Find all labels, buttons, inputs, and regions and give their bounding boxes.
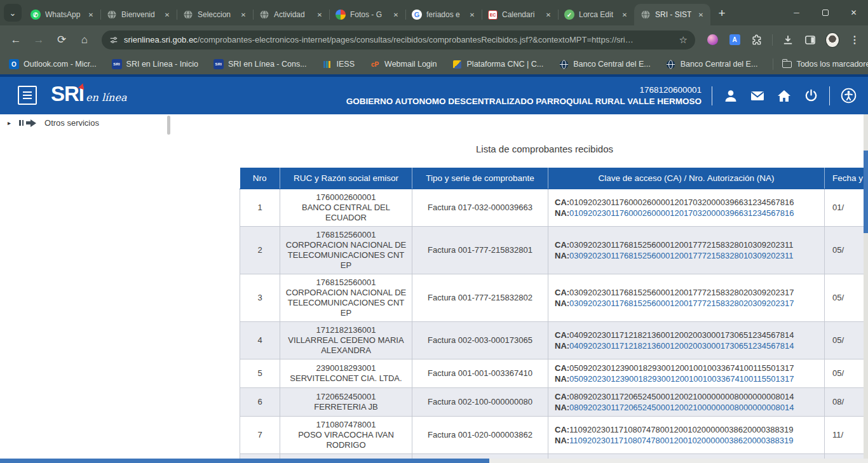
bookmark-label: Plataforma CNC | C... xyxy=(467,60,544,69)
ruc-number: 2390018293001 xyxy=(284,363,408,373)
close-window-button[interactable]: ✕ xyxy=(839,0,868,25)
site-settings-icon xyxy=(109,36,118,44)
horizontal-scrollbar-thumb[interactable] xyxy=(0,459,489,463)
sri-letters-icon: SRI xyxy=(113,62,120,66)
translate-glyph: A xyxy=(729,34,740,45)
bookmark-outlook[interactable]: OOutlook.com - Micr... xyxy=(9,59,97,69)
downloads-icon[interactable] xyxy=(781,33,795,47)
tab-strip: ⌄ ✆ WhatsApp ✕ Bienvenid ✕ Seleccion ✕ A… xyxy=(0,0,868,25)
na-authorization-link[interactable]: 0309202301176815256000120017772158328010… xyxy=(569,251,793,260)
tab-title: SRI - SISTE xyxy=(655,10,691,19)
ca-line: CA:0309202301176815256000120017772158328… xyxy=(555,239,820,250)
tab-close-button[interactable]: ✕ xyxy=(315,10,325,20)
all-bookmarks-button[interactable]: Todos los marcadores xyxy=(782,60,868,69)
na-label: NA: xyxy=(555,341,569,351)
tab-bienvenido[interactable]: Bienvenid ✕ xyxy=(100,4,177,25)
ec-favicon: EC xyxy=(488,10,498,20)
na-authorization-link[interactable]: 0309202301176815256000120017772158328020… xyxy=(569,299,794,308)
header-right: 1768120600001 GOBIERNO AUTONOMO DESCENTR… xyxy=(346,77,857,114)
vertical-scrollbar-thumb[interactable] xyxy=(864,151,868,233)
expand-caret-icon[interactable]: ▸ xyxy=(8,119,11,126)
tab-whatsapp[interactable]: ✆ WhatsApp ✕ xyxy=(24,4,100,25)
tab-close-button[interactable]: ✕ xyxy=(391,10,401,20)
globe-favicon xyxy=(183,10,193,20)
tab-actividad[interactable]: Actividad ✕ xyxy=(253,4,329,25)
reload-button[interactable]: ⟳ xyxy=(52,30,71,50)
sidebar-item-otros-servicios[interactable]: ▸ Otros servicios xyxy=(8,118,99,128)
home-button[interactable]: ⌂ xyxy=(75,30,94,50)
sri-logo-text: SRI xyxy=(51,82,84,106)
tab-calendario[interactable]: EC Calendari ✕ xyxy=(482,4,558,25)
cell-tipo-serie: Factura 002-003-000173065 xyxy=(412,322,548,359)
vertical-scrollbar[interactable] xyxy=(864,114,868,459)
ruc-number: 1768152560001 xyxy=(284,278,408,288)
cell-clave-acceso: CA:0409202301171218213600120020030001730… xyxy=(548,322,825,359)
tab-fotos[interactable]: Fotos - G ✕ xyxy=(329,4,405,25)
bookmark-cnc[interactable]: Plataforma CNC | C... xyxy=(452,59,544,69)
horizontal-scrollbar[interactable] xyxy=(0,459,868,463)
user-profile-icon[interactable] xyxy=(722,88,739,104)
side-panel-icon[interactable] xyxy=(803,33,817,47)
tab-close-button[interactable]: ✕ xyxy=(238,10,248,20)
tab-sri-active[interactable]: SRI - SISTE ✕ xyxy=(634,4,710,25)
translate-extension-icon[interactable]: A xyxy=(728,33,742,47)
bookmark-star-icon[interactable]: ☆ xyxy=(679,34,688,46)
tab-close-button[interactable]: ✕ xyxy=(620,10,630,20)
tab-close-button[interactable]: ✕ xyxy=(162,10,172,20)
ca-value: 0409202301171218213600120020030001730651… xyxy=(569,330,794,340)
bookmark-sri-consultas[interactable]: SRISRI en Línea - Cons... xyxy=(214,59,307,69)
ec-letters-icon: EC xyxy=(490,13,496,17)
tab-seleccione[interactable]: Seleccion ✕ xyxy=(177,4,253,25)
na-authorization-link[interactable]: 0409202301171218213600120020030001730651… xyxy=(569,341,794,351)
table-viewport: Nro RUC y Razón social emisor Tipo y ser… xyxy=(240,168,868,463)
address-bar[interactable]: srienlinea.sri.gob.ec/comprobantes-elect… xyxy=(102,30,695,50)
maximize-button[interactable] xyxy=(811,0,839,25)
ai-assistant-extension-icon[interactable] xyxy=(705,33,719,47)
ca-label: CA: xyxy=(555,363,569,373)
iess-favicon xyxy=(322,59,332,69)
na-authorization-link[interactable]: 1109202301171080747800120010200000038620… xyxy=(569,436,793,445)
bookmark-iess[interactable]: IESS xyxy=(322,59,355,69)
taxpayer-ruc: 1768120600001 xyxy=(346,84,702,96)
browser-menu-button[interactable]: ⋮ xyxy=(848,33,862,47)
emisor-name: FERRETERIA JB xyxy=(284,402,408,412)
profile-avatar[interactable] xyxy=(825,33,839,47)
tab-search-button[interactable]: ⌄ xyxy=(4,4,22,22)
sidebar-scrollbar[interactable] xyxy=(167,116,170,135)
folder-icon xyxy=(782,61,792,68)
accessibility-icon[interactable] xyxy=(840,88,857,104)
menu-hamburger-icon[interactable] xyxy=(18,86,37,105)
tab-close-button[interactable]: ✕ xyxy=(543,10,553,20)
na-authorization-link[interactable]: 0509202301239001829300120010010033674100… xyxy=(569,374,794,384)
home-icon[interactable] xyxy=(776,88,792,104)
header-tipo-serie: Tipo y serie de comprobante xyxy=(412,168,548,189)
minimize-button[interactable]: ─ xyxy=(782,0,811,25)
emisor-name: VILLARREAL CEDENO MARIA ALEXANDRA xyxy=(284,335,408,356)
whatsapp-favicon: ✆ xyxy=(31,10,41,20)
bookmark-banco-central-1[interactable]: Banco Central del E... xyxy=(559,59,651,69)
toolbar-separator xyxy=(772,34,773,46)
forward-button[interactable]: → xyxy=(29,30,48,50)
na-authorization-link[interactable]: 0809202301172065245000120021000000008000… xyxy=(569,403,794,412)
tab-close-button[interactable]: ✕ xyxy=(696,10,706,20)
new-tab-button[interactable]: + xyxy=(713,4,731,22)
tab-lorca[interactable]: ✓ Lorca Edit ✕ xyxy=(558,4,634,25)
na-authorization-link[interactable]: 0109202301176000260000120170320000396631… xyxy=(569,208,794,218)
ruc-number: 1760002600001 xyxy=(284,192,408,203)
bookmark-label: Outlook.com - Micr... xyxy=(24,60,97,69)
bookmark-banco-central-2[interactable]: Banco Central del E... xyxy=(666,59,758,69)
cell-fecha: 11/ xyxy=(825,417,868,454)
outlook-favicon: O xyxy=(9,59,19,69)
bookmark-webmail[interactable]: cPWebmail Login xyxy=(370,59,437,69)
mail-icon[interactable] xyxy=(749,88,766,104)
extensions-puzzle-icon[interactable] xyxy=(750,33,764,47)
sri-logo[interactable]: SRI en línea xyxy=(51,82,126,106)
tab-feriados[interactable]: G feriados e ✕ xyxy=(405,4,482,25)
logout-power-icon[interactable] xyxy=(803,88,819,104)
sidebar-item-label[interactable]: Otros servicios xyxy=(44,118,99,128)
tabs: ✆ WhatsApp ✕ Bienvenid ✕ Seleccion ✕ Act… xyxy=(24,0,731,25)
tab-close-button[interactable]: ✕ xyxy=(86,10,96,20)
tab-close-button[interactable]: ✕ xyxy=(467,10,477,20)
back-button[interactable]: ← xyxy=(6,30,25,50)
bookmark-sri-inicio[interactable]: SRISRI en Línea - Inicio xyxy=(112,59,198,69)
